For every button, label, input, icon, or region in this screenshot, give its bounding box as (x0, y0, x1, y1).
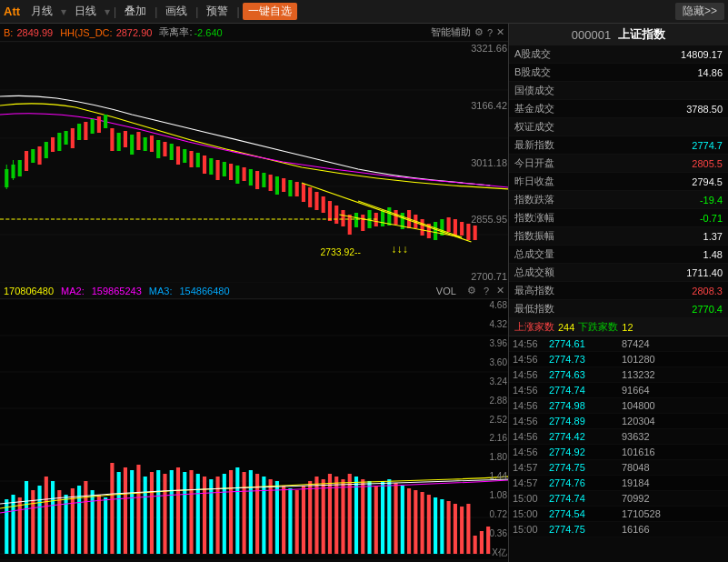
trade-price: 2774.42 (549, 431, 622, 442)
candle-svg: 2733.92-- ↓↓↓ (0, 42, 509, 283)
trade-vol: 93632 (622, 431, 685, 442)
svg-rect-48 (269, 175, 273, 191)
svg-rect-50 (282, 178, 285, 192)
svg-rect-132 (255, 474, 259, 554)
chart-info-bar: B: 2849.99 HH(JS_DC: 2872.90 乖离率: -2.640… (0, 24, 508, 42)
svg-rect-77 (460, 222, 464, 236)
trade-price: 2774.54 (549, 508, 622, 519)
svg-rect-130 (243, 472, 246, 554)
svg-rect-127 (223, 474, 226, 554)
stat-b-val: 14.86 (697, 67, 723, 78)
trade-price: 2774.61 (549, 338, 622, 349)
svg-rect-65 (381, 210, 384, 226)
svg-rect-112 (124, 467, 127, 554)
trade-row: 15:00 2774.74 70992 (509, 491, 728, 507)
vol-settings-icon[interactable]: ⚙ (467, 285, 476, 296)
right-panel: 000001 上证指数 A股成交 14809.17 B股成交 14.86 国债成… (509, 24, 728, 562)
svg-rect-125 (209, 479, 213, 554)
tb-watchlist[interactable]: 一键自选 (243, 3, 297, 20)
svg-rect-26 (124, 131, 127, 147)
close-icon[interactable]: ✕ (496, 26, 504, 38)
svg-rect-131 (249, 470, 253, 554)
stat-open: 今日开盘 2805.5 (509, 155, 728, 173)
svg-rect-159 (434, 497, 437, 554)
stat-b-label: B股成交 (514, 65, 551, 79)
svg-rect-158 (427, 495, 431, 554)
tb-alert[interactable]: 预警 (201, 3, 234, 20)
tb-monthly[interactable]: 月线 (25, 3, 58, 20)
svg-line-81 (302, 183, 472, 242)
help-icon[interactable]: ? (487, 27, 493, 38)
svg-rect-35 (183, 149, 186, 163)
ma-info-bar: 170806480 MA2: 159865243 MA3: 154866480 … (0, 283, 508, 299)
stat-low-val: 2770.4 (692, 304, 723, 315)
stock-code: 000001 (572, 28, 611, 42)
svg-rect-101 (51, 481, 55, 554)
svg-rect-75 (447, 217, 451, 232)
svg-rect-19 (77, 124, 81, 140)
svg-rect-43 (235, 166, 239, 184)
svg-rect-31 (156, 140, 160, 158)
svg-rect-133 (262, 477, 265, 554)
stat-totvol-label: 总成交量 (514, 247, 554, 261)
tb-draw[interactable]: 画线 (160, 3, 193, 20)
svg-rect-34 (176, 146, 180, 165)
svg-rect-11 (25, 151, 28, 171)
svg-rect-97 (25, 481, 28, 554)
settings-icon[interactable]: ⚙ (474, 26, 484, 38)
down-label: 下跌家数 (578, 320, 618, 334)
svg-rect-138 (295, 490, 299, 554)
vol-help-icon[interactable]: ? (484, 286, 489, 296)
hide-panel-button[interactable]: 隐藏>> (675, 3, 724, 20)
stat-high: 最高指数 2808.3 (509, 282, 728, 300)
svg-rect-13 (37, 146, 41, 165)
tb-overlay[interactable]: 叠加 (119, 3, 152, 20)
svg-rect-52 (295, 182, 299, 196)
trade-time: 14:57 (513, 462, 549, 473)
trade-row: 14:56 2774.42 93632 (509, 429, 728, 445)
svg-rect-161 (447, 501, 451, 554)
vol-close-icon[interactable]: ✕ (496, 285, 504, 296)
sep1: | (114, 5, 116, 18)
trade-vol: 16166 (622, 524, 685, 535)
stat-warrant-label: 权证成交 (514, 120, 554, 134)
svg-rect-56 (322, 196, 325, 213)
svg-rect-119 (170, 470, 174, 554)
svg-rect-28 (136, 132, 140, 150)
svg-rect-146 (348, 474, 352, 554)
svg-rect-116 (150, 472, 154, 554)
svg-rect-46 (255, 171, 259, 189)
svg-rect-167 (486, 527, 490, 554)
trade-price: 2774.89 (549, 416, 622, 427)
svg-rect-148 (361, 479, 364, 554)
ci-l离-label: 乖离率: (159, 25, 192, 39)
svg-rect-100 (45, 477, 48, 554)
trade-time: 14:56 (513, 431, 549, 442)
stat-totvol-val: 1.48 (703, 249, 723, 260)
svg-rect-55 (314, 192, 318, 210)
sep4: | (236, 5, 239, 18)
trade-vol: 101616 (622, 447, 685, 457)
svg-rect-10 (18, 160, 22, 176)
svg-rect-152 (387, 479, 391, 554)
trade-row: 15:00 2774.75 16166 (509, 522, 728, 537)
svg-rect-150 (374, 486, 378, 554)
svg-rect-144 (334, 477, 338, 554)
svg-rect-49 (275, 176, 279, 195)
tb-daily[interactable]: 日线 (69, 3, 102, 20)
svg-rect-23 (104, 115, 107, 128)
stat-pct: 指数涨幅 -0.71 (509, 209, 728, 227)
stat-amp: 指数振幅 1.37 (509, 227, 728, 246)
svg-rect-47 (262, 173, 265, 187)
svg-rect-120 (176, 467, 180, 554)
stock-title-bar: 000001 上证指数 (509, 24, 728, 45)
ci-l离-val: -2.640 (194, 27, 222, 38)
svg-rect-164 (466, 504, 470, 554)
trade-list: 14:56 2774.61 87424 14:56 2774.73 101280… (509, 336, 728, 562)
trade-vol: 78048 (622, 462, 685, 473)
ci-hh-val: 2872.90 (116, 27, 153, 38)
candle-chart: 2733.92-- ↓↓↓ 3321.66 3166.42 3011.18 28… (0, 42, 509, 283)
stat-close: 昨日收盘 2794.5 (509, 173, 728, 191)
trade-vol: 91664 (622, 385, 685, 396)
svg-rect-14 (45, 142, 48, 158)
